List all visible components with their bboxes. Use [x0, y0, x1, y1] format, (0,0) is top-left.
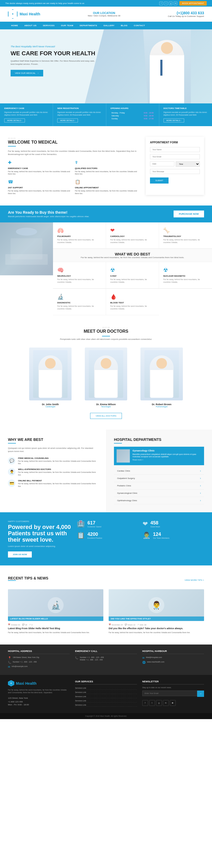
footer-emergency: EMERGENCY CALL 📞 Number + 1 - 800 - 123 … [75, 650, 137, 670]
list-item[interactable]: Cardiac Clinic› [114, 467, 204, 475]
doctor-photo-2 [85, 347, 127, 400]
footer-google-icon[interactable]: g [156, 700, 162, 706]
stat-team-content: 124 Our Team Members [153, 532, 169, 539]
footer-phone-text: Number + 1 - 800 - 123 - 456 [13, 661, 36, 663]
why-items: 💬 FREE MEDICAL COUNSELING Far far away, … [8, 457, 98, 488]
arrow-icon: → [37, 72, 39, 74]
footer-youtube-icon[interactable]: ▶ [170, 700, 176, 706]
doctor-card-3: Dr. Robert Brown Pulmonologist [138, 347, 186, 408]
calendar-icon: 📅 [8, 624, 10, 626]
traumatology-icon: 🦴 [163, 227, 208, 234]
footer-services-title: OUR SERVICES [75, 680, 137, 684]
news-comments-2: 💬 Share 10 [125, 624, 135, 626]
nuclear-icon: ☢ [163, 267, 208, 273]
join-button[interactable]: JOIN US NOW [8, 551, 32, 558]
stat-team-label: Our Team Members [153, 537, 169, 539]
nav-departments[interactable]: DEPARTMENTS [77, 22, 101, 29]
twitter-icon[interactable]: t [164, 2, 168, 5]
dept-read-more[interactable]: Read more > [132, 459, 143, 461]
nav-blog[interactable]: BLOG [118, 22, 131, 29]
dept-featured-content: Gynaecology Clinic Blanditiis praesentiu… [132, 450, 202, 463]
stat-practice-number: 4200 [87, 532, 102, 537]
view-all-doctors-button[interactable]: VIEW ALL DOCTORS [90, 413, 122, 419]
feature-emergency: ✚ EMERGENCY CASE Far far away, behind th… [8, 160, 71, 176]
name-input[interactable] [150, 147, 200, 152]
stat-team-number: 124 [153, 532, 169, 537]
footer-logo-icon: + [8, 680, 14, 687]
footer-twitter-icon[interactable]: t [149, 700, 155, 706]
nav-services[interactable]: SERVICES [40, 22, 58, 29]
phone-sub: Call Us Today up to Customer Support [168, 15, 204, 18]
hero-cta-button[interactable]: VIEW OUR MEDICAL → [10, 70, 43, 76]
date-input[interactable] [150, 161, 175, 166]
service-xray-text: Far far away, behind the word mountains,… [110, 278, 155, 283]
footer-linkedin-icon[interactable]: in [163, 700, 169, 706]
share-icon: ↗ [29, 624, 31, 626]
newsletter-input[interactable] [142, 690, 197, 696]
service-bloodtest-name: BLOOD TEST [110, 302, 155, 304]
appointment-form: APPOINTMENT FORM Time 9:00 AM 10:00 AM 2… [146, 137, 204, 195]
nav-about[interactable]: ABOUT US [21, 22, 40, 29]
message-input[interactable] [150, 169, 200, 174]
comment-icon: 💬 [22, 624, 25, 626]
copyright-bar: Copyright © 2016 Maxi Health. All rights… [0, 713, 212, 719]
location-label: OUR LOCATION [88, 11, 120, 14]
nav-home[interactable]: HOME [8, 22, 21, 29]
service-diagnostic-text: Far far away, behind the word mountains,… [57, 305, 102, 310]
harbour-email-icon: ✉ [142, 656, 144, 659]
doctor-photo-1 [29, 347, 72, 400]
footer-service-link-1[interactable]: Services Link [75, 687, 137, 690]
footer-services-links: OUR SERVICES Services Link Services Link… [75, 680, 137, 708]
stat-customers-label: Customer Saved [87, 526, 101, 528]
news-section: RECENT TIPS & NEWS VIEW MORE TIPS > 🔬 LA… [0, 565, 212, 644]
footer-service-link-2[interactable]: Services Link [75, 691, 137, 694]
news-card-1: 🔬 LATEST BLOG FROM SLIDER HELLO 📅 Octobe… [8, 589, 103, 634]
list-item[interactable]: Outpatient Surgery› [114, 475, 204, 482]
list-item[interactable]: Ophthalmology Clinic› [114, 497, 204, 504]
footer-harbour: HOSPITAL HARBOUR ✉ Mail@Hospital.com 🌐 w… [142, 650, 204, 670]
doctor-photo-3 [140, 347, 183, 400]
footer-address-title: HOSPITAL ADDRESS [8, 650, 70, 654]
email-input[interactable] [150, 154, 200, 159]
linkedin-icon[interactable]: in [174, 2, 177, 5]
list-item[interactable]: Pediatric Clinic› [114, 482, 204, 490]
registration-details-button[interactable]: MORE DETAILS › [57, 119, 78, 122]
nav-team[interactable]: OUR TEAM [58, 22, 77, 29]
time-select[interactable]: Time 9:00 AM 10:00 AM 2:00 PM [176, 161, 200, 167]
top-appointment-button[interactable]: BOOK APPOINTMENT [179, 1, 207, 5]
registration-card: NEW REGISTRATION Dignissim iaculate an p… [53, 103, 106, 126]
list-item[interactable]: Gynaecological Clinic› [114, 490, 204, 497]
service-nuclear-text: Far far away, behind the word mountains,… [163, 278, 208, 283]
emergency-details-button[interactable]: MORE DETAILS › [4, 119, 25, 122]
stat-customers-number: 617 [87, 520, 101, 526]
form-submit-button[interactable]: SUBMIT [150, 178, 168, 184]
doctors-title: MEET OUR DOCTORS [8, 329, 204, 334]
stats-grid: 🏥 617 Customer Saved ❤ 458 Good Heart 📋 … [77, 520, 204, 539]
doctors-divider [102, 336, 110, 336]
hours-card: OPENING HOURS Monday - Friday8:00 - 19:0… [106, 103, 159, 126]
footer-emergency-title: EMERGENCY CALL [75, 650, 137, 654]
stat-customers-content: 617 Customer Saved [87, 520, 101, 528]
logo[interactable]: + Maxi Health [8, 9, 40, 19]
nav-contact[interactable]: CONTACT [131, 22, 148, 29]
timetable-details-button[interactable]: MORE DETAILS › [163, 119, 184, 122]
facebook-icon[interactable]: f [159, 2, 163, 5]
news-meta-1: 📅 October 02 💬 26 ↗ 4 [8, 624, 103, 626]
chevron-right-icon: › [200, 469, 201, 472]
service-xray-name: X-RAY [110, 275, 155, 277]
view-more-news-link[interactable]: VIEW MORE TIPS > [185, 579, 204, 581]
google-icon[interactable]: g [169, 2, 173, 5]
purchase-button[interactable]: PURCHASE NOW [174, 211, 204, 217]
footer-service-link-5[interactable]: Services Link [75, 704, 137, 707]
hero-doctor-image [143, 29, 191, 103]
service-cardiology-text: Far far away, behind the word mountains,… [110, 239, 155, 244]
footer-email-text: info@example.com [12, 665, 28, 668]
stats-label: HAPPY CUSTOMERS [8, 520, 72, 523]
footer-service-link-3[interactable]: Services Link [75, 695, 137, 698]
footer-facebook-icon[interactable]: f [142, 700, 148, 706]
newsletter-submit-button[interactable]: → [197, 690, 204, 697]
why-item-counseling-content: FREE MEDICAL COUNSELING Far far away, be… [18, 457, 98, 465]
nav-gallery[interactable]: GALLERY [101, 22, 118, 29]
footer-service-link-4[interactable]: Services Link [75, 699, 137, 703]
table-row: Monday - Friday8:00 - 19:00 [111, 112, 154, 114]
